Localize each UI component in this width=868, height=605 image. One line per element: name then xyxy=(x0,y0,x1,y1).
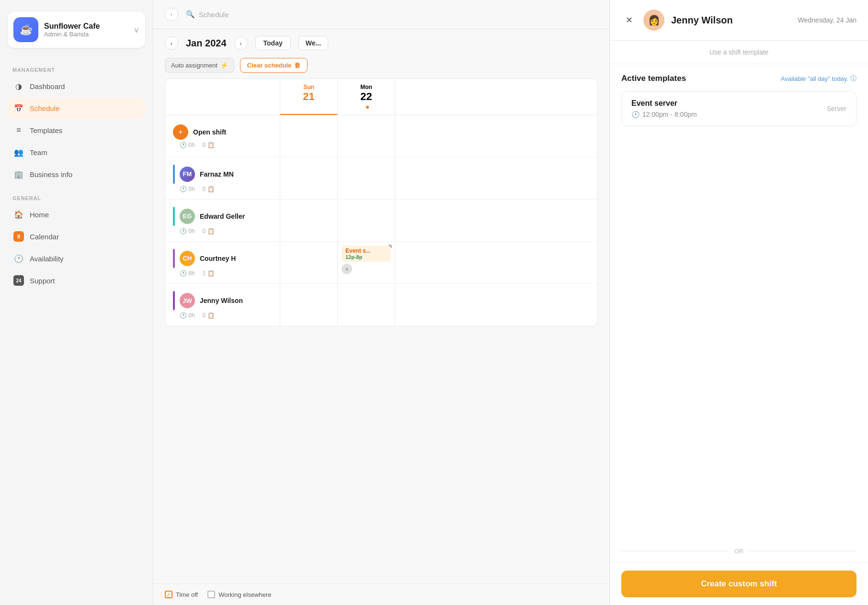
schedule-icon: 📅 xyxy=(13,103,24,113)
table-row: CH Courtney H 🕐 8h 1 📋 Event s... 12p-8p xyxy=(165,242,597,284)
table-row: EG Edward Geller 🕐 0h 0 📋 xyxy=(165,200,597,242)
available-link-text: Available "all day" today. xyxy=(781,75,848,82)
open-shift-mon[interactable] xyxy=(338,115,395,157)
home-icon: 🏠 xyxy=(13,209,24,220)
time-off-legend[interactable]: ✓ Time off xyxy=(165,591,198,598)
week-view-button[interactable]: We... xyxy=(298,36,328,50)
sidebar-item-dashboard[interactable]: ◑ Dashboard xyxy=(8,76,145,97)
business-selector[interactable]: ☕ Sunflower Cafe Admin & Barista ∨ xyxy=(8,11,145,48)
sidebar-item-home[interactable]: 🏠 Home xyxy=(8,204,145,225)
farnaz-name: Farnaz MN xyxy=(200,170,234,178)
general-section-label: GENERAL xyxy=(8,195,145,201)
courtney-stats: 🕐 8h 1 📋 xyxy=(173,270,272,277)
create-custom-shift-button[interactable]: Create custom shift xyxy=(621,571,857,597)
table-row: FM Farnaz MN 🕐 0h 0 📋 xyxy=(165,157,597,200)
jenny-info: JW Jenny Wilson xyxy=(173,291,272,310)
sidebar-item-templates[interactable]: ≡ Templates xyxy=(8,120,145,141)
jenny-bar xyxy=(173,291,175,310)
mon-day-num: 22 xyxy=(345,90,387,103)
sidebar-item-label: Calendar xyxy=(30,233,59,241)
open-shift-count: 0 📋 xyxy=(203,142,215,148)
or-divider: OR xyxy=(610,540,868,562)
business-logo-icon: ☕ xyxy=(13,17,38,42)
team-icon: 👥 xyxy=(13,147,24,157)
footer-bar: ✓ Time off Working elsewhere xyxy=(153,583,609,605)
farnaz-bar xyxy=(173,165,175,184)
open-shift-icon: + xyxy=(173,124,188,140)
template-card-info: Event server 🕐 12:00pm - 8:00pm xyxy=(631,99,697,118)
panel-header: ✕ 👩 Jenny Wilson Wednesday, 24 Jan xyxy=(610,0,868,41)
calendar-icon: 8 xyxy=(13,231,24,242)
sun-day-name: Sun xyxy=(288,84,330,90)
clear-schedule-label: Clear schedule xyxy=(247,62,292,69)
business-role: Admin & Barista xyxy=(44,31,128,38)
clear-schedule-button[interactable]: Clear schedule 🗑 xyxy=(240,58,308,73)
or-label: OR xyxy=(734,548,744,555)
right-panel: ✕ 👩 Jenny Wilson Wednesday, 24 Jan Use a… xyxy=(609,0,868,605)
template-card-event-server[interactable]: Event server 🕐 12:00pm - 8:00pm Server xyxy=(621,91,857,126)
farnaz-avatar: FM xyxy=(180,167,195,182)
edward-mon[interactable] xyxy=(338,200,395,241)
table-row: + Open shift 🕐 0h 0 📋 xyxy=(165,115,597,157)
chevron-down-icon: ∨ xyxy=(134,25,139,34)
month-year-label: Jan 2024 xyxy=(186,38,227,49)
sidebar-item-label: Templates xyxy=(30,126,62,134)
collapse-sidebar-button[interactable]: ‹ xyxy=(165,8,178,21)
courtney-bar xyxy=(173,249,175,268)
courtney-cell: CH Courtney H 🕐 8h 1 📋 xyxy=(165,242,280,283)
panel-user-name: Jenny Wilson xyxy=(671,15,791,26)
shift-card[interactable]: Event s... 12p-8p xyxy=(342,246,391,262)
courtney-mon[interactable]: Event s... 12p-8p + xyxy=(338,242,395,283)
jenny-sun[interactable] xyxy=(280,284,338,326)
sidebar-item-label: Support xyxy=(30,277,55,285)
edward-info: EG Edward Geller xyxy=(173,207,272,226)
next-month-button[interactable]: › xyxy=(234,36,248,50)
control-bar: Auto assignment ⚡ Clear schedule 🗑 xyxy=(165,58,598,73)
jenny-mon[interactable] xyxy=(338,284,395,326)
courtney-name: Courtney H xyxy=(200,255,236,262)
sidebar-item-business-info[interactable]: 🏢 Business info xyxy=(8,164,145,185)
open-shift-label: Open shift xyxy=(193,128,226,136)
farnaz-mon[interactable] xyxy=(338,157,395,199)
open-shift-hours: 🕐 0h xyxy=(180,142,195,148)
prev-month-button[interactable]: ‹ xyxy=(165,36,178,50)
add-shift-button[interactable]: + xyxy=(342,264,352,274)
working-elsewhere-legend[interactable]: Working elsewhere xyxy=(207,591,271,598)
open-shift-sun[interactable] xyxy=(280,115,338,157)
auto-assignment-button[interactable]: Auto assignment ⚡ xyxy=(165,58,234,73)
sidebar-item-team[interactable]: 👥 Team xyxy=(8,142,145,163)
templates-icon: ≡ xyxy=(13,125,24,135)
working-elsewhere-icon xyxy=(207,591,215,598)
edward-sun[interactable] xyxy=(280,200,338,241)
search-label: Schedule xyxy=(199,11,229,19)
close-button[interactable]: ✕ xyxy=(621,12,637,28)
jenny-hours: 🕐 0h xyxy=(180,312,195,319)
schedule-nav-bar: ‹ Jan 2024 › Today We... xyxy=(153,29,609,50)
search-area: 🔍 Schedule xyxy=(186,10,229,19)
today-button[interactable]: Today xyxy=(255,36,291,50)
sidebar-item-label: Team xyxy=(30,148,47,157)
courtney-sun[interactable] xyxy=(280,242,338,283)
sidebar-item-label: Availability xyxy=(30,255,64,263)
template-role: Server xyxy=(827,105,846,112)
calendar-grid: Sun 21 Mon 22 + Open shift 🕐 0h xyxy=(165,78,598,326)
jenny-cell: JW Jenny Wilson 🕐 0h 0 📋 xyxy=(165,284,280,326)
auto-assignment-label: Auto assignment xyxy=(171,62,217,69)
edward-avatar: EG xyxy=(180,209,195,224)
sidebar-item-schedule[interactable]: 📅 Schedule xyxy=(8,98,145,119)
edward-cell: EG Edward Geller 🕐 0h 0 📋 xyxy=(165,200,280,241)
time-off-icon: ✓ xyxy=(165,591,172,598)
farnaz-sun[interactable] xyxy=(280,157,338,199)
business-name: Sunflower Cafe xyxy=(44,22,128,31)
sidebar-item-calendar[interactable]: 8 Calendar xyxy=(8,226,145,247)
panel-date: Wednesday, 24 Jan xyxy=(798,16,857,24)
header-monday: Mon 22 xyxy=(338,79,395,115)
sidebar-item-support[interactable]: 24 Support xyxy=(8,270,145,291)
courtney-hours: 🕐 8h xyxy=(180,270,195,277)
sidebar-item-availability[interactable]: 🕐 Availability xyxy=(8,248,145,269)
main-header: ‹ 🔍 Schedule xyxy=(153,0,609,29)
farnaz-count: 0 📋 xyxy=(203,186,215,192)
jenny-count: 0 📋 xyxy=(203,312,215,319)
trash-icon: 🗑 xyxy=(294,62,300,69)
available-today-link[interactable]: Available "all day" today. ⓘ xyxy=(781,74,857,83)
